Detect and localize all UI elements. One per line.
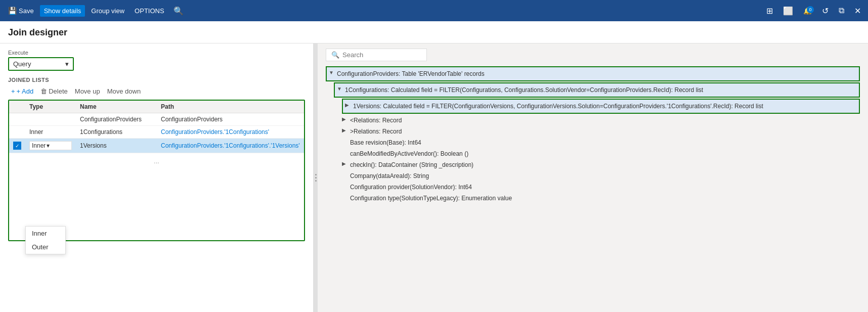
execute-select[interactable]: Query ▾ [8, 57, 74, 71]
dropdown-option-inner[interactable]: Inner [26, 227, 65, 240]
tree-node-text: Configuration type(SolutionTypeLegacy): … [350, 194, 860, 203]
tree-row: Configuration type(SolutionTypeLegacy): … [326, 193, 860, 204]
row-path: ConfigurationProviders.'1Configurations'… [157, 139, 304, 153]
row-type-dropdown[interactable]: Inner ▾ [25, 139, 76, 153]
restore-button[interactable]: ⧉ [836, 4, 847, 17]
tree-expand-icon[interactable]: ▶ [342, 127, 349, 133]
tree-node-text: ConfigurationProviders: Table 'ERVendorT… [337, 69, 857, 78]
tree-expand-icon[interactable]: ▶ [345, 102, 352, 108]
tree-item-level2-versions[interactable]: ▶ 1Versions: Calculated field = FILTER(C… [342, 99, 860, 114]
table-row[interactable]: Inner 1Configurations ConfigurationProvi… [9, 126, 304, 139]
type-dropdown-value: Inner [32, 142, 46, 149]
row-check [9, 126, 25, 139]
execute-value: Query [13, 60, 31, 68]
save-icon: 💾 [8, 7, 17, 15]
tree-row: canBeModifiedByActiveVendor(): Boolean (… [326, 148, 860, 159]
row-check-checked: ✓ [9, 139, 25, 153]
dropdown-option-outer[interactable]: Outer [26, 240, 65, 254]
type-dropdown-popup: Inner Outer [25, 226, 66, 254]
tree-node-text: Configuration provider(SolutionVendor): … [350, 183, 860, 192]
tree-node-text: <Relations: Record [350, 116, 860, 125]
left-panel: Execute Query ▾ JOINED LISTS + + Add 🗑 [0, 43, 314, 312]
row-name: 1Configurations [76, 126, 157, 139]
col-path: Path [157, 101, 304, 113]
col-name: Name [76, 101, 157, 113]
row-path: ConfigurationProviders [157, 113, 304, 126]
main-layout: Join designer Execute Query ▾ JOINED LIS… [0, 21, 868, 312]
type-dropdown[interactable]: Inner ▾ [29, 141, 72, 150]
notification-badge-count: 0 [807, 6, 814, 13]
row-name: 1Versions [76, 139, 157, 153]
table-row[interactable]: ConfigurationProviders ConfigurationProv… [9, 113, 304, 126]
tree-node-text: >Relations: Record [350, 127, 860, 136]
table-row-selected[interactable]: ✓ Inner ▾ 1Versions ConfigurationProvid [9, 139, 304, 153]
content-area: Execute Query ▾ JOINED LISTS + + Add 🗑 [0, 43, 868, 312]
tree-item-level1[interactable]: ▼ 1Configurations: Calculated field = FI… [334, 82, 860, 98]
tree-row: ▼ ConfigurationProviders: Table 'ERVendo… [329, 68, 857, 79]
type-dropdown-arrow: ▾ [47, 142, 50, 149]
toolbar: 💾 Save Show details Group view OPTIONS 🔍… [0, 0, 868, 21]
table-more: ... [9, 153, 304, 169]
right-panel: 🔍 ▼ ConfigurationProviders: Table 'ERVen… [318, 43, 868, 312]
tree-row[interactable]: ▶ <Relations: Record [326, 115, 860, 126]
row-type [25, 113, 76, 126]
right-panel-inner: 🔍 ▼ ConfigurationProviders: Table 'ERVen… [318, 43, 868, 312]
add-button[interactable]: + + Add [8, 86, 36, 97]
tree-row: ▼ 1Configurations: Calculated field = FI… [337, 84, 857, 96]
delete-icon: 🗑 [40, 87, 47, 95]
joined-lists-label: JOINED LISTS [8, 77, 305, 83]
joined-table: Type Name Path ConfigurationProviders [9, 101, 304, 153]
joined-table-wrapper: Type Name Path ConfigurationProviders [8, 100, 305, 241]
tree-node-text: 1Versions: Calculated field = FILTER(Con… [353, 102, 857, 111]
move-down-button[interactable]: Move down [104, 86, 144, 97]
tree-node-text: canBeModifiedByActiveVendor(): Boolean (… [350, 149, 860, 158]
grid-icon-button[interactable]: ⊞ [763, 4, 776, 18]
move-up-button[interactable]: Move up [72, 86, 103, 97]
panel-resize-handle[interactable] [314, 43, 318, 312]
tree-collapse-icon[interactable]: ▼ [329, 70, 336, 75]
tree-row[interactable]: ▶ checkIn(): DataContainer (String _desc… [326, 159, 860, 170]
toolbar-search-button[interactable]: 🔍 [170, 4, 187, 18]
page-header: Join designer [0, 21, 868, 43]
row-path: ConfigurationProviders.'1Configurations' [157, 126, 304, 139]
row-type: Inner [25, 126, 76, 139]
row-name: ConfigurationProviders [76, 113, 157, 126]
col-check [9, 101, 25, 113]
save-button[interactable]: 💾 Save [4, 5, 38, 17]
settings-button[interactable]: ⬜ [780, 4, 796, 18]
tree-node-text: 1Configurations: Calculated field = FILT… [345, 85, 857, 95]
tree-row: ▶ 1Versions: Calculated field = FILTER(C… [345, 101, 857, 112]
options-button[interactable]: OPTIONS [131, 5, 168, 17]
delete-button[interactable]: 🗑 Delete [37, 86, 71, 97]
checkbox-icon: ✓ [13, 142, 21, 150]
tree-node-text: checkIn(): DataContainer (String _descri… [350, 160, 860, 169]
tree-row: Base revision(Base): Int64 [326, 137, 860, 148]
tree-expand-icon[interactable]: ▶ [342, 116, 349, 122]
joined-list-actions: + + Add 🗑 Delete Move up Move down [8, 86, 305, 97]
tree-node-text: Company(dataAreaId): String [350, 171, 860, 181]
page-title: Join designer [8, 27, 860, 38]
tree-row: Configuration provider(SolutionVendor): … [326, 182, 860, 193]
add-icon: + [11, 87, 15, 95]
tree-item-level0[interactable]: ▼ ConfigurationProviders: Table 'ERVendo… [326, 66, 860, 81]
notification-button[interactable]: 🔔 0 [800, 5, 815, 17]
tree-collapse-icon[interactable]: ▼ [337, 86, 344, 92]
toolbar-right-actions: ⊞ ⬜ 🔔 0 ↺ ⧉ ✕ [763, 4, 864, 18]
data-tree: ▼ ConfigurationProviders: Table 'ERVendo… [326, 66, 860, 204]
tree-row: Company(dataAreaId): String [326, 170, 860, 182]
tree-node-text: Base revision(Base): Int64 [350, 138, 860, 147]
refresh-button[interactable]: ↺ [819, 4, 832, 18]
close-button[interactable]: ✕ [851, 4, 864, 18]
col-type: Type [25, 101, 76, 113]
search-input[interactable] [342, 51, 421, 59]
search-icon: 🔍 [331, 51, 339, 59]
execute-field-group: Execute Query ▾ [8, 50, 305, 71]
show-details-button[interactable]: Show details [40, 5, 85, 17]
search-bar[interactable]: 🔍 [326, 49, 427, 61]
execute-dropdown-arrow: ▾ [65, 60, 69, 68]
tree-row[interactable]: ▶ >Relations: Record [326, 126, 860, 137]
execute-label: Execute [8, 50, 305, 56]
group-view-button[interactable]: Group view [87, 5, 128, 17]
tree-expand-icon[interactable]: ▶ [342, 161, 349, 166]
row-check [9, 113, 25, 126]
